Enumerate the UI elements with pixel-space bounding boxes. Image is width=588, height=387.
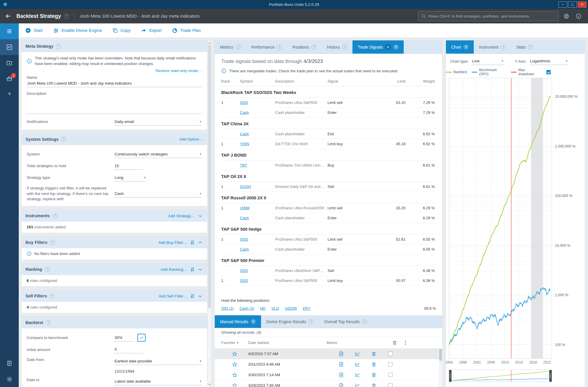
chart-icon[interactable]	[355, 351, 360, 357]
favorite-star-icon[interactable]	[232, 372, 238, 378]
help-icon[interactable]	[463, 44, 468, 49]
position-link[interactable]: QID (2)	[221, 306, 234, 311]
add-ranking-link[interactable]: Add Ranking…	[161, 267, 187, 272]
tab-overall-top-results[interactable]: Overall Top Results	[319, 315, 372, 328]
position-link[interactable]: VLO	[271, 306, 279, 311]
chevron-down-icon[interactable]	[197, 293, 203, 299]
export-button[interactable]: Export	[141, 28, 161, 33]
search-box[interactable]	[418, 11, 559, 21]
info-icon[interactable]	[574, 13, 583, 19]
result-row[interactable]: 3/30/2023 7:14 AM	[215, 370, 442, 380]
chart-icon[interactable]	[355, 383, 360, 387]
sidebar-item-help[interactable]	[0, 87, 19, 102]
copy-button[interactable]: Copy	[113, 28, 130, 33]
symbol-link[interactable]: UWM	[240, 206, 250, 210]
help-icon[interactable]	[61, 137, 66, 142]
trash-icon[interactable]	[371, 372, 376, 378]
add-buy-filter-link[interactable]: Add Buy Filter…	[158, 240, 187, 245]
tab-history[interactable]: History	[322, 40, 352, 54]
symbol-link[interactable]: SSO	[240, 237, 248, 242]
result-row[interactable]: 3/31/2023 8:46 AM	[215, 359, 442, 370]
help-icon[interactable]	[342, 44, 347, 49]
symbol-link[interactable]: TBT	[240, 163, 247, 167]
bookmark-slash-icon[interactable]	[190, 240, 195, 245]
help-icon[interactable]	[501, 44, 506, 49]
symbol-link[interactable]: Cash	[240, 216, 249, 220]
sidebar-item-portfolios[interactable]	[0, 55, 19, 71]
help-icon[interactable]	[528, 44, 533, 49]
symbol-link[interactable]: GUSH	[240, 184, 251, 189]
help-icon[interactable]	[362, 319, 367, 324]
symbol-link[interactable]: SSO	[240, 100, 248, 105]
add-sell-filter-link[interactable]: Add Sell Filter…	[158, 294, 187, 298]
chart-navigator[interactable]	[449, 370, 552, 382]
trash-icon[interactable]	[371, 351, 376, 357]
help-icon[interactable]	[236, 44, 241, 49]
minimize-button[interactable]	[558, 1, 567, 8]
navigator-right-handle[interactable]	[549, 370, 552, 382]
tab-metrics[interactable]: Metrics	[215, 40, 246, 54]
symbol-link[interactable]: SSO	[240, 278, 248, 283]
tab-trade-signals[interactable]: Trade Signals8	[352, 40, 404, 54]
name-input[interactable]	[27, 80, 202, 87]
globe-icon[interactable]	[562, 13, 571, 19]
symbol-link[interactable]: Cash	[240, 247, 249, 251]
trash-icon[interactable]	[392, 340, 397, 345]
help-icon[interactable]	[277, 44, 282, 49]
help-icon[interactable]	[56, 44, 61, 49]
trade-plan-button[interactable]: Trade Plan	[172, 28, 201, 33]
chart-type-select[interactable]: Line	[472, 57, 504, 65]
help-icon[interactable]	[64, 14, 69, 19]
add-strategy-link[interactable]: Add Strategy…	[168, 214, 195, 218]
help-icon[interactable]	[251, 319, 256, 324]
equity-chart-plot[interactable]	[449, 78, 552, 359]
chevron-down-icon[interactable]	[197, 213, 203, 219]
maximize-button[interactable]	[568, 1, 577, 8]
bookmark-slash-icon[interactable]	[190, 294, 195, 299]
symbol-link[interactable]: SDS	[240, 268, 248, 273]
position-link[interactable]: Cash (3)	[240, 306, 254, 311]
sidebar-item-settings[interactable]	[0, 371, 19, 387]
help-icon[interactable]	[50, 240, 55, 245]
tab-divine-engine-results[interactable]: Divine Engine Results	[261, 315, 319, 328]
scroll-thumb[interactable]	[208, 45, 211, 308]
position-link[interactable]: HD	[260, 306, 265, 311]
tab-positions[interactable]: Positions	[287, 40, 322, 54]
help-icon[interactable]	[52, 213, 57, 218]
max-drawdown-checkbox[interactable]	[546, 70, 551, 74]
results-scrollbar[interactable]	[439, 349, 442, 387]
kebab-menu-icon[interactable]	[403, 341, 408, 345]
help-icon[interactable]	[45, 267, 50, 272]
memo-icon[interactable]	[338, 372, 344, 378]
help-icon[interactable]	[393, 44, 398, 49]
symbol-link[interactable]: YINN	[240, 142, 249, 146]
restore-readonly-link[interactable]: Restore read-only mode…	[27, 69, 202, 73]
memo-icon[interactable]	[338, 383, 344, 387]
select-checkbox[interactable]	[388, 373, 393, 377]
tab-manual-results[interactable]: Manual Results	[215, 315, 261, 328]
total-strategies-input[interactable]	[114, 162, 143, 170]
trash-icon[interactable]	[371, 383, 376, 387]
chart-icon[interactable]	[355, 362, 360, 367]
trash-icon[interactable]	[371, 362, 376, 367]
position-link[interactable]: UDOW	[285, 306, 297, 311]
chart-icon[interactable]	[355, 372, 360, 378]
strategy-type-select[interactable]: Long	[114, 174, 146, 181]
add-option-link[interactable]: Add Option…	[179, 137, 203, 141]
help-icon[interactable]	[309, 319, 313, 324]
notifications-select[interactable]: Daily email	[114, 118, 202, 126]
benchmark-input[interactable]	[114, 334, 134, 342]
sidebar-item-notes[interactable]	[0, 355, 19, 371]
result-row[interactable]: 4/3/2023 7:37 AM	[215, 349, 442, 359]
date-to-select[interactable]: Latest date available	[114, 378, 202, 385]
favorite-star-icon[interactable]	[232, 362, 238, 367]
favorite-star-icon[interactable]	[232, 383, 238, 387]
sidebar-item-strategies[interactable]	[0, 39, 19, 55]
initial-amount-input[interactable]	[114, 346, 143, 353]
memo-icon[interactable]	[338, 362, 344, 367]
result-row[interactable]: 3/29/2023 7:45 AM	[215, 380, 442, 387]
tab-stats[interactable]: Stats	[511, 40, 538, 54]
chevron-up-icon[interactable]	[197, 240, 203, 245]
help-icon[interactable]	[46, 320, 51, 325]
tab-instrument[interactable]: Instrument	[474, 40, 511, 54]
